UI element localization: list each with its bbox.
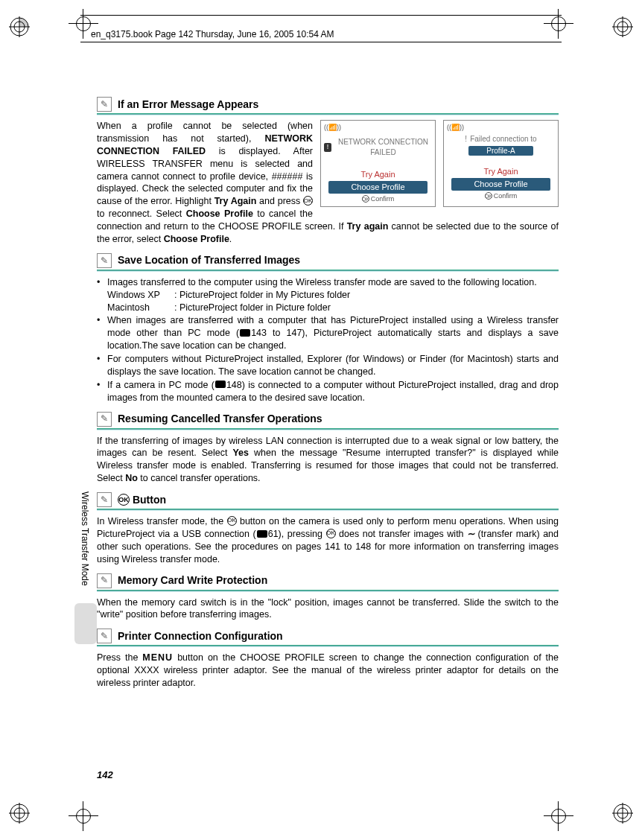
ok-icon: OK	[227, 516, 237, 526]
section-title: Printer Connection Configuration	[118, 629, 283, 643]
lcd-message: Failed connection to	[470, 134, 537, 144]
bullet-list: Images transferred to the computer using…	[97, 276, 559, 404]
signal-icon: ((📶))	[324, 123, 341, 132]
warning-icon: !	[465, 134, 467, 144]
registration-mark	[612, 803, 633, 824]
ok-icon: OK	[326, 529, 336, 538]
note-icon: ✎	[97, 97, 112, 112]
section-heading: ✎ Printer Connection Configuration	[97, 629, 559, 643]
list-item: When images are transferred with a compu…	[97, 314, 559, 352]
section-rule	[97, 645, 559, 647]
body-paragraph: When the memory card switch is in the "l…	[97, 596, 559, 622]
note-icon: ✎	[97, 412, 112, 427]
lcd-profile-name: Profile-A	[468, 146, 533, 156]
lcd-screen-2: ((📶)) !Failed connection to Profile-A Tr…	[443, 120, 559, 207]
crop-crosshair	[544, 9, 573, 39]
registration-mark	[9, 803, 30, 824]
side-tab-label: Wireless Transfer Mode	[79, 491, 91, 586]
crop-crosshair	[69, 801, 98, 831]
body-paragraph: If the transferring of images by wireles…	[97, 435, 559, 486]
signal-icon: ((📶))	[447, 123, 464, 132]
ok-icon: OK	[362, 195, 369, 203]
section-heading: ✎ Save Location of Transferred Images	[97, 253, 559, 268]
ok-icon: OK	[303, 196, 313, 206]
lcd-screenshots: ((📶)) !NETWORK CONNECTION FAILED Try Aga…	[320, 120, 559, 207]
section-title: Save Location of Transferred Images	[118, 253, 300, 267]
registration-mark	[9, 16, 30, 37]
list-item: Images transferred to the computer using…	[97, 276, 559, 314]
lcd-try-again: Try Again	[321, 165, 435, 180]
section-rule	[97, 270, 559, 272]
section-heading: ✎ Resuming Cancelled Transfer Operations	[97, 412, 559, 427]
page-content: ✎ If an Error Message Appears ((📶)) !NET…	[97, 89, 559, 690]
warning-icon: !	[324, 143, 331, 152]
section-rule	[97, 113, 559, 115]
lcd-choose-profile: Choose Profile	[328, 181, 428, 194]
lcd-try-again: Try Again	[444, 162, 558, 177]
section-title: Resuming Cancelled Transfer Operations	[118, 412, 322, 426]
crop-crosshair	[544, 801, 573, 831]
body-paragraph: In Wireless transfer mode, the OK button…	[97, 515, 559, 566]
page-ref-icon	[257, 530, 267, 538]
note-icon: ✎	[97, 573, 112, 588]
page-number: 142	[97, 769, 113, 782]
ok-icon: OK	[118, 494, 130, 506]
note-icon: ✎	[97, 253, 112, 268]
section-rule	[97, 590, 559, 592]
section-heading: ✎ OK Button	[97, 492, 559, 507]
section-rule	[97, 428, 559, 430]
section-title: OK Button	[118, 493, 166, 507]
section-title: If an Error Message Appears	[118, 98, 258, 112]
lcd-choose-profile: Choose Profile	[451, 178, 550, 191]
list-item: If a camera in PC mode (148) is connecte…	[97, 379, 559, 404]
lcd-confirm: OKConfirm	[444, 191, 558, 202]
transfer-mark-icon: ∼	[467, 529, 474, 539]
running-header: en_q3175.book Page 142 Thursday, June 16…	[91, 28, 334, 40]
list-item: For computers without PictureProject ins…	[97, 353, 559, 378]
section-title: Memory Card Write Protection	[118, 573, 267, 588]
body-paragraph: Press the MENU button on the CHOOSE PROF…	[97, 652, 559, 690]
side-tab	[74, 603, 97, 644]
lcd-confirm: OKConfirm	[321, 194, 435, 205]
section-rule	[97, 509, 559, 511]
header-rule	[80, 15, 562, 16]
page-ref-icon	[215, 381, 226, 388]
section-heading: ✎ If an Error Message Appears	[97, 97, 559, 112]
registration-mark	[612, 16, 633, 37]
menu-button-label: MENU	[142, 652, 173, 664]
lcd-screen-1: ((📶)) !NETWORK CONNECTION FAILED Try Aga…	[320, 120, 436, 207]
header-rule	[80, 42, 562, 42]
page-ref-icon	[240, 329, 250, 337]
lcd-message: NETWORK CONNECTION FAILED	[334, 137, 432, 157]
section-heading: ✎ Memory Card Write Protection	[97, 573, 559, 588]
note-icon: ✎	[97, 492, 112, 507]
note-icon: ✎	[97, 629, 112, 643]
ok-icon: OK	[485, 192, 492, 200]
